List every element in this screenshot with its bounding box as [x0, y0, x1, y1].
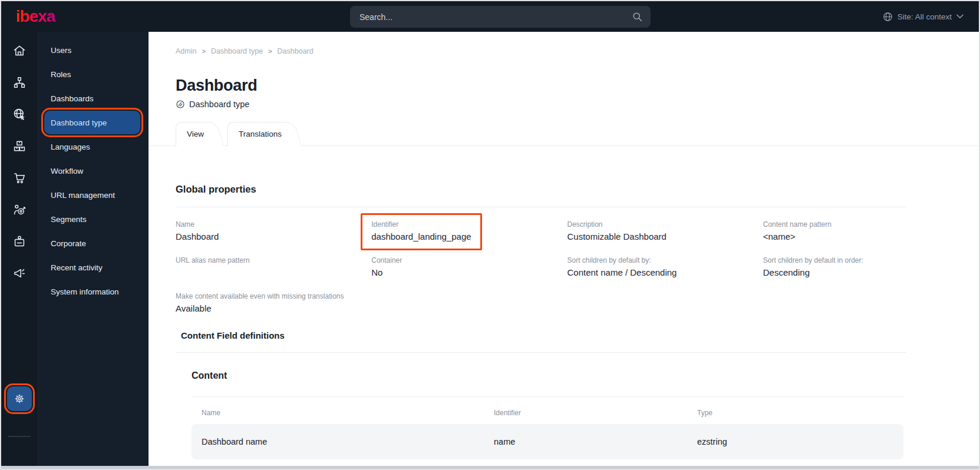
- field-container: Container No: [371, 256, 567, 278]
- sidebar-item-workflow[interactable]: Workflow: [38, 159, 149, 183]
- cell-field-name: Dashboard name: [202, 437, 494, 446]
- top-bar: ibexa Site: All context: [1, 1, 979, 32]
- sidebar-item-corporate[interactable]: Corporate: [38, 231, 149, 256]
- chevron-down-icon: [956, 14, 963, 19]
- breadcrumb-dashboard-type[interactable]: Dashboard type: [211, 47, 263, 55]
- table-header-identifier: Identifier: [494, 409, 697, 417]
- home-icon[interactable]: [12, 44, 27, 58]
- field-sort-children-by: Sort children by default by: Content nam…: [567, 256, 763, 278]
- gear-icon: [13, 392, 26, 405]
- content-type-icon: [176, 100, 185, 109]
- content-type-label: Dashboard type: [189, 100, 249, 109]
- section-divider: [176, 352, 906, 353]
- table-header-name: Name: [202, 409, 494, 417]
- main-content: Admin > Dashboard type > Dashboard Dashb…: [149, 32, 979, 470]
- rail-divider: [8, 436, 31, 437]
- site-icon[interactable]: [12, 107, 27, 121]
- sidebar-item-url-management[interactable]: URL management: [38, 183, 149, 207]
- ibexa-logo: ibexa: [16, 7, 55, 26]
- cell-field-identifier: name: [494, 437, 697, 446]
- table-row: Dashboard name name ezstring: [192, 424, 903, 459]
- field-name: Name Dashboard: [176, 220, 371, 242]
- cell-field-type: ezstring: [697, 437, 893, 446]
- field-definitions-table: Name Identifier Type Dashboard name name…: [192, 396, 903, 459]
- sidebar-item-dashboards[interactable]: Dashboards: [38, 87, 149, 111]
- search-icon[interactable]: [632, 11, 643, 22]
- table-divider: [192, 396, 903, 397]
- admin-menu: Users Roles Dashboards Dashboard type La…: [38, 32, 149, 470]
- sidebar-item-roles[interactable]: Roles: [38, 62, 149, 87]
- site-context-selector[interactable]: Site: All context: [883, 1, 963, 32]
- breadcrumb-admin[interactable]: Admin: [176, 47, 196, 55]
- field-description: Description Customizable Dashboard: [567, 220, 763, 242]
- tab-view[interactable]: View: [176, 122, 225, 146]
- table-header-row: Name Identifier Type: [192, 409, 903, 417]
- breadcrumb-current: Dashboard: [278, 47, 314, 55]
- field-sort-children-order: Sort children by default in order: Desce…: [763, 256, 959, 278]
- campaign-icon[interactable]: [12, 266, 27, 280]
- sidebar-item-segments[interactable]: Segments: [38, 207, 149, 231]
- app-window: ibexa Site: All context: [0, 0, 980, 470]
- settings-button[interactable]: [7, 386, 32, 411]
- page-title: Dashboard: [176, 77, 959, 95]
- breadcrumb-separator: >: [202, 48, 205, 55]
- customer-icon[interactable]: [12, 234, 27, 249]
- field-url-alias-name-pattern: URL alias name pattern: [176, 256, 371, 278]
- globe-icon: [883, 12, 893, 22]
- content-field-definitions-heading: Content Field definitions: [181, 330, 959, 340]
- field-content-name-pattern: Content name pattern <name>: [763, 220, 959, 242]
- sidebar-item-system-information[interactable]: System information: [38, 280, 149, 304]
- sidebar-item-users[interactable]: Users: [38, 38, 149, 62]
- table-header-type: Type: [697, 409, 893, 417]
- product-catalog-icon[interactable]: [12, 139, 27, 153]
- field-identifier: Identifier dashboard_landing_page: [371, 220, 567, 242]
- breadcrumb: Admin > Dashboard type > Dashboard: [176, 47, 959, 55]
- search-input[interactable]: [350, 6, 651, 28]
- tab-translations[interactable]: Translations: [227, 122, 303, 146]
- tab-content-panel: Global properties Name Dashboard Identif…: [149, 145, 979, 470]
- personalization-icon[interactable]: [12, 203, 27, 217]
- sidebar-item-recent-activity[interactable]: Recent activity: [38, 256, 149, 280]
- sidebar-item-dashboard-type[interactable]: Dashboard type: [44, 111, 140, 134]
- global-properties-grid: Name Dashboard Identifier dashboard_land…: [176, 220, 959, 314]
- sidebar-item-languages[interactable]: Languages: [38, 135, 149, 159]
- tab-bar: View Translations: [176, 122, 979, 146]
- content-tree-icon[interactable]: [12, 75, 27, 90]
- global-search: [350, 6, 651, 28]
- identifier-annotation-box: Identifier dashboard_landing_page: [361, 213, 481, 250]
- window-bottom-edge: [1, 466, 979, 469]
- section-divider: [176, 207, 906, 207]
- site-context-label: Site: All context: [897, 12, 952, 21]
- content-type-subtitle: Dashboard type: [176, 100, 959, 109]
- commerce-icon[interactable]: [12, 171, 27, 185]
- field-missing-translations: Make content available even with missing…: [176, 292, 567, 314]
- content-group-heading: Content: [192, 370, 959, 381]
- global-properties-heading: Global properties: [176, 184, 959, 195]
- icon-rail: [1, 32, 38, 470]
- breadcrumb-separator: >: [268, 48, 272, 55]
